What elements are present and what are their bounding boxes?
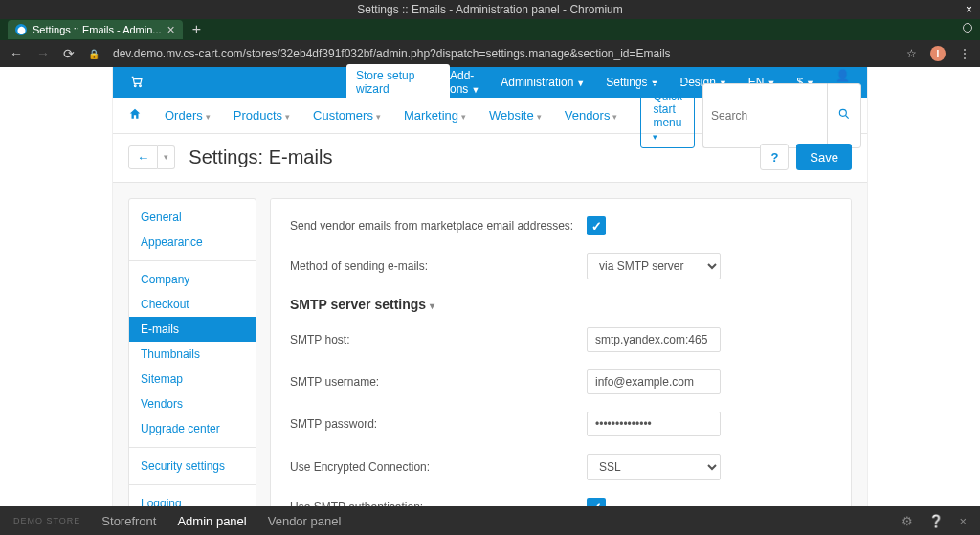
quick-start-button[interactable]: Quick start menu ▾ [640, 83, 695, 148]
search-input[interactable] [702, 83, 827, 148]
smtp-user-input[interactable] [587, 369, 721, 394]
tab-favicon-icon: ⬤ [15, 24, 27, 35]
profile-avatar-icon[interactable]: I [930, 46, 946, 61]
back-button[interactable]: ← [10, 46, 23, 61]
sidebar-item-checkout[interactable]: Checkout [129, 292, 256, 317]
sidebar-item-vendors[interactable]: Vendors [129, 391, 256, 416]
bottom-help-icon[interactable]: ❔ [928, 514, 944, 528]
search-button[interactable] [827, 83, 861, 148]
bookmark-icon[interactable]: ☆ [906, 47, 917, 60]
sidebar-item-general[interactable]: General [129, 205, 256, 230]
bottom-bar: DEMO STORE Storefront Admin panel Vendor… [0, 506, 980, 535]
svg-point-2 [839, 109, 846, 116]
chrome-menu-icon[interactable]: ⋮ [959, 47, 970, 60]
smtp-pass-label: SMTP password: [290, 417, 587, 431]
settings-sidebar: GeneralAppearanceCompanyCheckoutE-mailsT… [128, 198, 256, 535]
browser-tabstrip: ⬤ Settings :: Emails - Admin... × + [0, 19, 980, 40]
menu-products[interactable]: Products▾ [234, 108, 290, 123]
menu-orders[interactable]: Orders▾ [165, 108, 211, 123]
bottom-gear-icon[interactable]: ⚙ [902, 514, 913, 528]
smtp-host-input[interactable] [587, 327, 721, 352]
lock-icon: 🔒 [88, 49, 100, 59]
window-restore-icon[interactable] [963, 23, 972, 33]
sidebar-item-sitemap[interactable]: Sitemap [129, 367, 256, 391]
tab-title: Settings :: Emails - Admin... [33, 24, 162, 35]
forward-button: → [36, 46, 50, 61]
topnav-addons[interactable]: Add-ons▼ [450, 69, 479, 96]
window-close-icon[interactable]: × [966, 0, 972, 19]
tab-close-icon[interactable]: × [167, 22, 175, 37]
bottom-storefront[interactable]: Storefront [101, 514, 156, 528]
main-menu: Orders▾ Products▾ Customers▾ Marketing▾ … [113, 98, 867, 134]
bottom-close-icon[interactable]: × [959, 514, 967, 528]
smtp-pass-input[interactable] [587, 412, 721, 436]
smtp-host-label: SMTP host: [290, 333, 587, 346]
sidebar-item-upgrade-center[interactable]: Upgrade center [129, 416, 256, 441]
page-title: Settings: E-mails [189, 146, 332, 168]
help-button[interactable]: ? [760, 144, 789, 170]
vendor-emails-label: Send vendor emails from marketplace emai… [290, 219, 587, 233]
svg-point-0 [134, 84, 136, 86]
window-titlebar: Settings :: Emails - Administration pane… [0, 0, 980, 19]
browser-toolbar: ← → ⟳ 🔒 dev.demo.mv.cs-cart.com/stores/3… [0, 40, 980, 67]
window-title: Settings :: Emails - Administration pane… [357, 3, 622, 16]
reload-button[interactable]: ⟳ [63, 46, 75, 61]
vendor-emails-checkbox[interactable] [587, 216, 606, 235]
sidebar-item-e-mails[interactable]: E-mails [129, 317, 256, 342]
svg-point-1 [140, 84, 142, 86]
browser-tab[interactable]: ⬤ Settings :: Emails - Admin... × [8, 20, 183, 39]
encryption-select[interactable]: SSL [587, 454, 721, 480]
topnav-administration[interactable]: Administration▼ [501, 76, 585, 89]
menu-marketing[interactable]: Marketing▾ [404, 108, 466, 123]
demo-store-logo: DEMO STORE [13, 516, 80, 525]
bottom-vendor[interactable]: Vendor panel [268, 514, 342, 528]
save-button[interactable]: Save [796, 144, 852, 170]
new-tab-button[interactable]: + [192, 21, 201, 38]
back-nav-button[interactable]: ← [128, 145, 158, 169]
url-text[interactable]: dev.demo.mv.cs-cart.com/stores/32eb4df39… [113, 47, 671, 60]
encryption-label: Use Encrypted Connection: [290, 460, 587, 474]
menu-vendors[interactable]: Vendors▾ [565, 108, 618, 123]
menu-customers[interactable]: Customers▾ [313, 108, 381, 123]
sidebar-item-company[interactable]: Company [129, 267, 256, 292]
method-label: Method of sending e-mails: [290, 259, 587, 273]
back-nav-dropdown[interactable]: ▾ [158, 145, 175, 169]
method-select[interactable]: via SMTP server [587, 253, 721, 279]
sidebar-item-appearance[interactable]: Appearance [129, 230, 256, 255]
cart-icon[interactable] [130, 75, 144, 91]
setup-wizard-button[interactable]: Store setup wizard [346, 64, 450, 100]
smtp-heading[interactable]: SMTP server settings▾ [290, 297, 832, 312]
menu-website[interactable]: Website▾ [489, 108, 542, 123]
sidebar-item-security-settings[interactable]: Security settings [129, 454, 256, 479]
smtp-user-label: SMTP username: [290, 375, 587, 389]
settings-form: Send vendor emails from marketplace emai… [270, 198, 852, 531]
home-icon[interactable] [128, 107, 142, 123]
sidebar-item-thumbnails[interactable]: Thumbnails [129, 342, 256, 367]
bottom-admin[interactable]: Admin panel [177, 514, 246, 528]
